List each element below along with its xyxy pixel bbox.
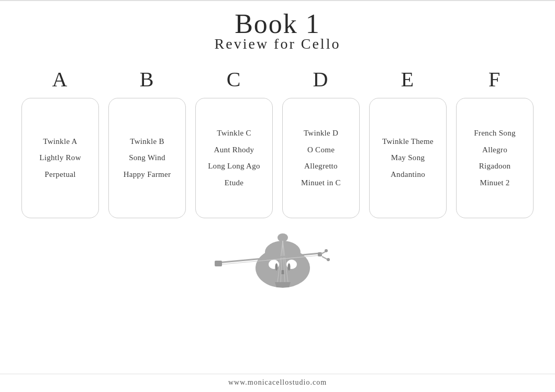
- card-item-E-0: Twinkle Theme: [382, 133, 434, 150]
- svg-point-7: [275, 263, 278, 271]
- card-C: Twinkle CAunt RhodyLong Long AgoEtude: [195, 98, 273, 218]
- page-subtitle: Review for Cello: [215, 36, 341, 52]
- cello-illustration: [188, 230, 367, 293]
- footer-url: www.monicacellostudio.com: [228, 374, 327, 392]
- card-item-A-0: Twinkle A: [43, 133, 77, 150]
- svg-rect-18: [215, 261, 222, 266]
- columns-container: ATwinkle ALightly RowPerpetualBTwinkle B…: [0, 67, 555, 218]
- card-item-E-1: May Song: [391, 150, 425, 166]
- column-C: CTwinkle CAunt RhodyLong Long AgoEtude: [195, 67, 273, 218]
- svg-point-6: [278, 233, 288, 242]
- card-item-F-1: Allegro: [482, 142, 507, 159]
- card-item-C-2: Long Long Ago: [208, 158, 260, 175]
- column-A: ATwinkle ALightly RowPerpetual: [21, 67, 99, 218]
- card-F: French SongAllegroRigadoonMinuet 2: [456, 98, 534, 218]
- card-item-F-2: Rigadoon: [479, 158, 511, 175]
- card-item-A-1: Lightly Row: [39, 150, 81, 166]
- card-item-B-0: Twinkle B: [130, 133, 164, 150]
- card-item-C-1: Aunt Rhody: [214, 142, 254, 159]
- card-D: Twinkle DO ComeAllegrettoMinuet in C: [282, 98, 360, 218]
- column-letter-F: F: [489, 67, 501, 92]
- column-E: ETwinkle ThemeMay SongAndantino: [369, 67, 447, 218]
- column-F: FFrench SongAllegroRigadoonMinuet 2: [456, 67, 534, 218]
- card-item-B-1: Song Wind: [129, 150, 165, 166]
- card-A: Twinkle ALightly RowPerpetual: [21, 98, 99, 218]
- card-item-D-0: Twinkle D: [304, 125, 338, 142]
- card-item-E-2: Andantino: [391, 166, 425, 183]
- column-letter-E: E: [401, 67, 415, 92]
- card-B: Twinkle BSong WindHappy Farmer: [108, 98, 186, 218]
- card-item-C-3: Etude: [225, 175, 244, 192]
- card-item-D-3: Minuet in C: [301, 175, 341, 192]
- card-item-A-2: Perpetual: [45, 166, 75, 183]
- column-letter-B: B: [140, 67, 155, 92]
- svg-point-21: [325, 249, 328, 252]
- column-letter-C: C: [227, 67, 242, 92]
- column-letter-D: D: [313, 67, 329, 92]
- card-E: Twinkle ThemeMay SongAndantino: [369, 98, 447, 218]
- svg-point-22: [327, 258, 330, 261]
- card-item-B-2: Happy Farmer: [124, 166, 171, 183]
- column-D: DTwinkle DO ComeAllegrettoMinuet in C: [282, 67, 360, 218]
- card-item-D-2: Allegretto: [304, 158, 338, 175]
- svg-rect-9: [281, 270, 284, 274]
- card-item-F-0: French Song: [474, 125, 516, 142]
- page-header: Book 1 Review for Cello: [215, 10, 341, 52]
- column-B: BTwinkle BSong WindHappy Farmer: [108, 67, 186, 218]
- book-title: Book 1: [215, 10, 341, 38]
- top-divider: [0, 0, 555, 1]
- card-item-F-3: Minuet 2: [480, 175, 510, 192]
- card-item-D-1: O Come: [307, 142, 335, 159]
- svg-point-8: [288, 263, 291, 271]
- column-letter-A: A: [52, 67, 69, 92]
- card-item-C-0: Twinkle C: [217, 125, 251, 142]
- svg-marker-14: [275, 282, 291, 287]
